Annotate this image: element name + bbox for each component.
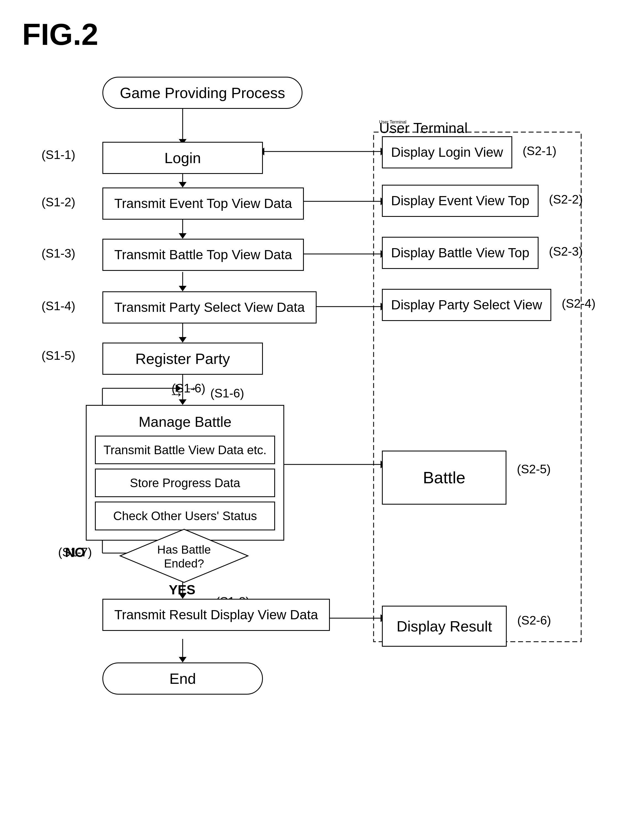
manage-sub-item-0: Transmit Battle View Data etc. — [95, 436, 275, 464]
svg-marker-8 — [179, 286, 186, 292]
no-label: NO — [65, 545, 85, 560]
manage-sub-item-1: Store Progress Data — [95, 469, 275, 497]
step-s1-4-row: (S1-4) Transmit Party Select View Data — [102, 292, 316, 324]
step-s2-5-row: Battle (S2-5) — [382, 451, 506, 505]
start-node: Game Providing Process — [102, 77, 302, 109]
step-s1-5-row: (S1-5) Register Party — [102, 343, 263, 375]
step-s1-7-row: (S1-7) Has Battle Ended? — [119, 528, 249, 585]
manage-sub-item-2: Check Other Users' Status — [95, 502, 275, 530]
user-terminal-heading: User Terminal — [379, 120, 468, 136]
step-s2-6-box: Display Result — [382, 606, 507, 647]
step-s1-5-box: Register Party — [102, 343, 263, 375]
svg-text:Has Battle: Has Battle — [157, 543, 211, 556]
step-s1-5-label: (S1-5) — [41, 349, 75, 363]
step-s1-1-box: Login — [102, 142, 263, 174]
step-s2-1-label: (S2-1) — [523, 144, 556, 158]
step-s2-5-label: (S2-5) — [517, 462, 551, 476]
step-s2-6-row: Display Result (S2-6) — [382, 606, 507, 647]
step-s2-2-label: (S2-2) — [549, 193, 583, 206]
loop-in-arrow: → — [169, 385, 184, 402]
svg-marker-4 — [179, 182, 186, 188]
yes-label: YES — [169, 582, 196, 598]
step-s2-2-box: Display Event View Top — [382, 185, 539, 217]
step-s1-2-label: (S1-2) — [41, 195, 75, 209]
step-s2-6-label: (S2-6) — [517, 614, 551, 627]
figure-title: FIG.2 — [22, 17, 617, 52]
end-node: End — [102, 663, 263, 695]
svg-text:Ended?: Ended? — [164, 557, 204, 570]
step-s2-4-label: (S2-4) — [562, 296, 596, 311]
manage-battle-title: Manage Battle — [95, 413, 275, 430]
step-s1-4-box: Transmit Party Select View Data — [102, 292, 316, 324]
step-s2-4-box: Display Party Select View — [382, 289, 551, 321]
step-s1-6-label: (S1-6) — [210, 386, 244, 400]
step-s1-8-row: Transmit Result Display View Data — [102, 599, 330, 631]
step-s2-1-box: Display Login View — [382, 136, 512, 168]
step-s2-3-row: Display Battle View Top (S2-3) — [382, 237, 539, 269]
step-s1-8-box: Transmit Result Display View Data — [102, 599, 330, 631]
page: FIG.2 — [0, 0, 639, 840]
end-label: End — [102, 663, 263, 695]
step-s2-3-label: (S2-3) — [549, 245, 583, 258]
step-s1-1-label: (S1-1) — [41, 148, 75, 162]
step-s1-3-label: (S1-3) — [41, 247, 75, 260]
step-s2-4-row: Display Party Select View (S2-4) — [382, 289, 551, 321]
step-s2-3-box: Display Battle View Top — [382, 237, 539, 269]
step-s2-1-row: Display Login View (S2-1) — [382, 136, 512, 168]
svg-marker-10 — [179, 337, 186, 343]
svg-marker-19 — [179, 657, 186, 663]
step-s1-2-row: (S1-2) Transmit Event Top View Data — [102, 188, 304, 220]
step-s1-1-row: (S1-1) Login — [102, 142, 263, 174]
step-s1-3-row: (S1-3) Transmit Battle Top View Data — [102, 239, 304, 271]
step-s1-4-label: (S1-4) — [41, 299, 75, 313]
step-s1-3-box: Transmit Battle Top View Data — [102, 239, 304, 271]
step-s2-5-box: Battle — [382, 451, 506, 505]
step-s2-2-row: Display Event View Top (S2-2) — [382, 185, 539, 217]
svg-marker-6 — [179, 233, 186, 239]
start-label: Game Providing Process — [102, 77, 302, 109]
manage-battle-group: Manage Battle Transmit Battle View Data … — [86, 405, 284, 540]
step-s1-2-box: Transmit Event Top View Data — [102, 188, 304, 220]
